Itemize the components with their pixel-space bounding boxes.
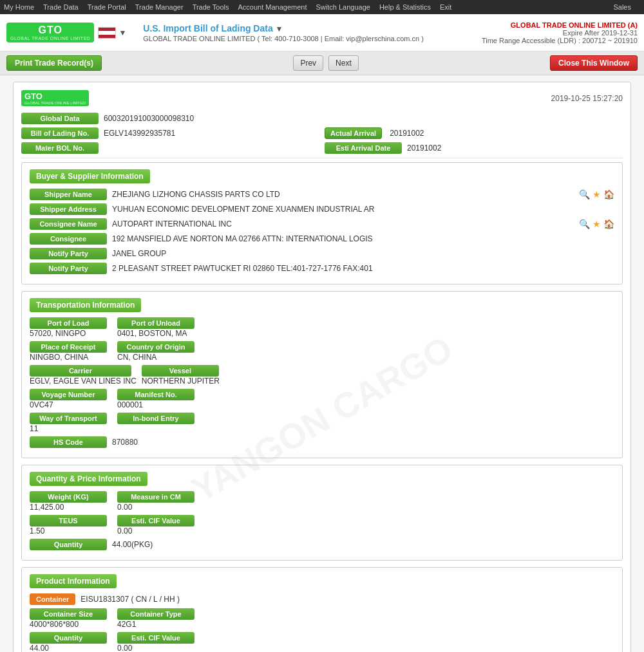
record-card: YANGON CARGO GTO GLOBAL TRADE ONLINE LIM… [13,82,631,652]
flag-dropdown[interactable]: ▼ [118,28,126,37]
shipper-name-row: Shipper Name ZHEJIANG LIZHONG CHASSIS PA… [30,189,614,200]
toolbar-top: Print Trade Record(s) Prev Next Close Th… [0,51,644,75]
country-origin-value: CN, CHINA [117,353,200,362]
hs-code-row: HS Code 870880 [30,436,614,448]
hs-code-label: HS Code [30,436,107,448]
shipper-name-value: ZHEJIANG LIZHONG CHASSIS PARTS CO LTD [112,190,579,199]
mini-logo-sub: GLOBAL TRADE ONLINE LIMITED [24,101,86,105]
notify-party2-row: Notify Party 2 PLEASANT STREET PAWTUCKET… [30,263,614,274]
vessel-value: NORTHERN JUPITER [142,377,224,386]
measure-label: Measure in CM [117,491,194,503]
consignee-search-icon[interactable]: 🔍 [579,219,590,229]
expire-info: Expire After 2019-12-31 [482,29,638,37]
shipper-star-icon[interactable]: ★ [592,189,601,200]
prev-button-top[interactable]: Prev [293,55,323,71]
consignee-name-label: Consignee Name [30,218,107,230]
weight-label: Weight (KG) [30,491,107,503]
logo-subtext: GLOBAL TRADE ONLINE LIMITED [10,36,90,41]
port-unload-label: Port of Unload [117,317,194,329]
top-navigation: My Home Trade Data Trade Portal Trade Ma… [0,0,644,14]
voyage-panel: Voyage Number 0VC47 [30,389,112,409]
card-logo: GTO GLOBAL TRADE ONLINE LIMITED [21,90,89,106]
port-load-value: 57020, NINGPO [30,329,112,338]
notify-party-row: Notify Party JANEL GROUP [30,248,614,259]
container-size-label: Container Size [30,608,107,620]
logo-area: GTO GLOBAL TRADE ONLINE LIMITED ▼ [6,23,133,42]
nav-account-management[interactable]: Account Management [238,3,307,11]
shipper-search-icon[interactable]: 🔍 [579,189,590,200]
bol-row: Bill of Lading No. EGLV143992935781 Actu… [21,127,623,139]
us-flag-icon [98,27,116,39]
port-unload-value: 0401, BOSTON, MA [117,329,200,338]
shipper-address-value: YUHUAN ECONOMIC DEVELOPMENT ZONE XUANMEN… [112,205,614,214]
nav-trade-manager[interactable]: Trade Manager [135,3,184,11]
container-row: Container EISU1831307 ( CN / L / HH ) [30,593,614,605]
header-center: U.S. Import Bill of Lading Data ▼ GLOBAL… [143,23,482,42]
vessel-panel: Vessel NORTHERN JUPITER [142,365,224,386]
nav-help-statistics[interactable]: Help & Statistics [379,3,431,11]
mini-logo-text: GTO [24,91,43,101]
bol-label: Bill of Lading No. [21,127,99,139]
product-cif-label: Esti. CIF Value [117,632,194,644]
divider-1 [21,158,623,158]
product-qty-panel: Quantity 44.00 [30,632,112,652]
buyer-supplier-header: Buyer & Supplier Information [30,169,150,183]
shipper-home-icon[interactable]: 🏠 [603,189,614,200]
bol-col: Bill of Lading No. EGLV143992935781 [21,127,319,139]
way-transport-label: Way of Transport [30,413,107,424]
carrier-label: Carrier [30,365,131,377]
actual-arrival-button[interactable]: Actual Arrival [325,127,382,139]
port-load-label: Port of Load [30,317,107,329]
quantity-label: Quantity [30,539,107,550]
esti-cif-label: Esti. CIF Value [117,515,194,526]
print-button-top[interactable]: Print Trade Record(s) [6,55,102,71]
way-transport-panel: Way of Transport 11 [30,413,112,433]
transportation-section: Transportation Information Port of Load … [21,291,623,458]
product-qty-label: Quantity [30,632,107,644]
global-data-value: 600320191003000098310 [104,114,623,123]
quantity-row: Quantity 44.00(PKG) [30,539,614,550]
nav-switch-language[interactable]: Switch Language [316,3,370,11]
transportation-header: Transportation Information [30,298,141,312]
contact-info: GLOBAL TRADE ONLINE LIMITED ( Tel: 400-7… [143,35,482,42]
mater-bol-row: Mater BOL No. Esti Arrival Date 20191002 [21,142,623,154]
quantity-value: 44.00(PKG) [112,540,614,549]
consignee-star-icon[interactable]: ★ [592,219,601,229]
global-data-row: Global Data 600320191003000098310 [21,113,623,124]
place-receipt-panel: Place of Receipt NINGBO, CHINA [30,341,112,362]
manifest-value: 000001 [117,400,200,409]
bol-value: EGLV143992935781 [104,129,319,138]
nav-trade-portal[interactable]: Trade Portal [88,3,126,11]
nav-exit[interactable]: Exit [440,3,451,11]
time-range: Time Range Accessible (LDR) : 200712 ~ 2… [482,37,638,44]
port-row: Port of Load 57020, NINGPO Port of Unloa… [30,317,614,338]
close-button-top[interactable]: Close This Window [550,55,638,71]
notify-party-value: JANEL GROUP [112,249,614,258]
next-button-top[interactable]: Next [328,55,359,71]
way-transport-value: 11 [30,424,112,433]
measure-panel: Measure in CM 0.00 [117,491,200,512]
main-content: YANGON CARGO GTO GLOBAL TRADE ONLINE LIM… [0,75,644,652]
teus-value: 1.50 [30,526,112,536]
record-datetime: 2019-10-25 15:27:20 [551,94,623,103]
mini-logo: GTO GLOBAL TRADE ONLINE LIMITED [21,90,89,106]
nav-my-home[interactable]: My Home [4,3,34,11]
nav-trade-tools[interactable]: Trade Tools [193,3,229,11]
product-cif-value: 0.00 [117,644,200,652]
company-logo: GTO GLOBAL TRADE ONLINE LIMITED [6,23,94,42]
manifest-label: Manifest No. [117,389,194,400]
esti-arrival-value: 20191002 [407,144,623,153]
container-size-value: 4000*806*800 [30,620,112,629]
esti-arrival-label: Esti Arrival Date [325,142,402,154]
mater-bol-col: Mater BOL No. [21,142,319,154]
container-size-panel: Container Size 4000*806*800 [30,608,112,629]
country-origin-label: Country of Origin [117,341,194,353]
nav-trade-data[interactable]: Trade Data [43,3,79,11]
container-type-value: 42G1 [117,620,200,629]
consignee-home-icon[interactable]: 🏠 [603,219,614,229]
product-info-header: Product Information [30,574,117,588]
esti-cif-value: 0.00 [117,526,200,536]
buyer-supplier-section: Buyer & Supplier Information Shipper Nam… [21,162,623,284]
hs-code-value: 870880 [112,438,614,447]
country-origin-panel: Country of Origin CN, CHINA [117,341,200,362]
